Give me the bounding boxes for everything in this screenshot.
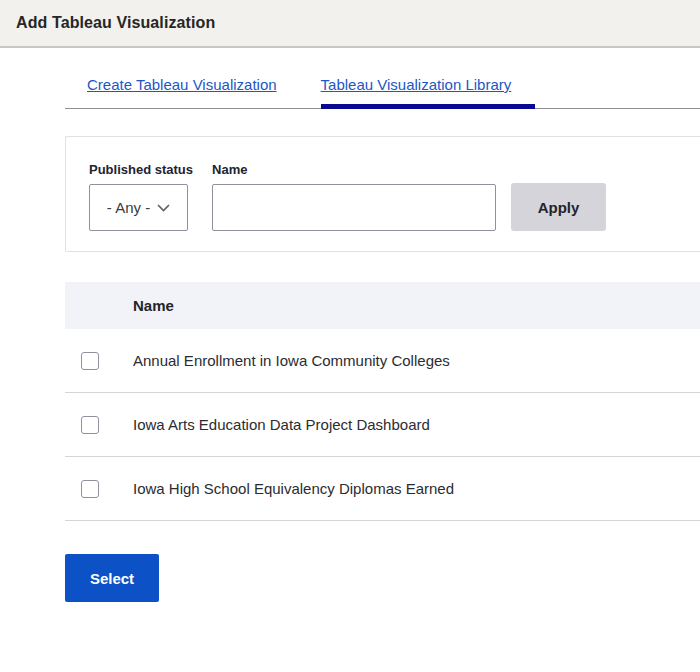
tab-tableau-visualization-library[interactable]: Tableau Visualization Library: [321, 76, 536, 109]
dialog-title: Add Tableau Visualization: [16, 14, 215, 32]
published-status-field: Published status - Any -: [89, 162, 193, 231]
published-status-select[interactable]: - Any -: [89, 184, 188, 231]
name-filter-label: Name: [212, 162, 496, 177]
filter-panel: Published status - Any - Name Apply: [65, 136, 700, 252]
row-checkbox[interactable]: [81, 352, 99, 370]
published-status-label: Published status: [89, 162, 193, 177]
name-filter-input[interactable]: [212, 184, 496, 231]
row-name: Iowa High School Equivalency Diplomas Ea…: [133, 480, 454, 497]
dialog-header: Add Tableau Visualization: [0, 0, 700, 48]
tab-bar: Create Tableau Visualization Tableau Vis…: [65, 48, 700, 109]
row-checkbox[interactable]: [81, 480, 99, 498]
name-column-header: Name: [133, 297, 174, 314]
published-status-selected-value: - Any -: [107, 199, 150, 216]
select-button[interactable]: Select: [65, 554, 159, 602]
apply-button[interactable]: Apply: [511, 183, 606, 231]
table-row: Annual Enrollment in Iowa Community Coll…: [65, 329, 700, 393]
name-filter-field: Name: [212, 162, 496, 231]
tab-create-tableau-visualization[interactable]: Create Tableau Visualization: [87, 76, 301, 109]
table-row: Iowa Arts Education Data Project Dashboa…: [65, 393, 700, 457]
table-row: Iowa High School Equivalency Diplomas Ea…: [65, 457, 700, 521]
visualization-table: Name Annual Enrollment in Iowa Community…: [65, 282, 700, 521]
chevron-down-icon: [157, 204, 170, 212]
row-name: Iowa Arts Education Data Project Dashboa…: [133, 416, 430, 433]
row-checkbox[interactable]: [81, 416, 99, 434]
row-name: Annual Enrollment in Iowa Community Coll…: [133, 352, 450, 369]
add-tableau-visualization-dialog: Add Tableau Visualization Create Tableau…: [0, 0, 700, 672]
table-header-row: Name: [65, 282, 700, 329]
